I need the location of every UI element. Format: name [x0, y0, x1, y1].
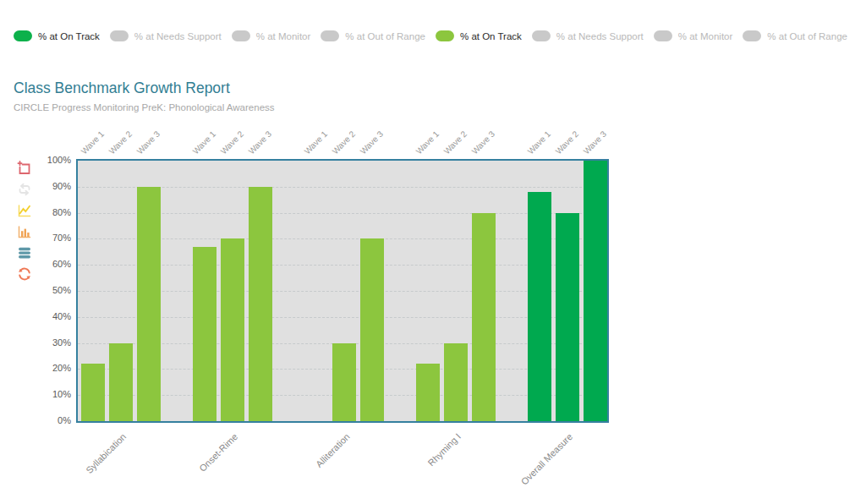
bar-onset-rime-wave-3[interactable]: [249, 187, 272, 421]
bar-chart-icon[interactable]: [15, 222, 34, 241]
bar-syllabication-wave-2[interactable]: [109, 343, 133, 421]
data-rows-icon[interactable]: [15, 244, 34, 262]
plot-area[interactable]: [76, 159, 609, 423]
bar-syllabication-wave-1[interactable]: [81, 364, 105, 421]
legend-item[interactable]: % at Monitor: [654, 30, 733, 41]
bar-onset-rime-wave-2[interactable]: [221, 238, 244, 421]
legend-swatch-icon: [110, 30, 129, 41]
bar-syllabication-wave-3[interactable]: [137, 187, 161, 421]
bar-overall-measure-wave-3[interactable]: [584, 161, 607, 421]
wave-axis-label: Wave 2: [553, 129, 581, 156]
legend-swatch-icon: [532, 30, 551, 41]
wave-axis-label: Wave 3: [581, 129, 609, 156]
legend-item[interactable]: % at Needs Support: [110, 30, 222, 41]
y-axis-tick-label: 80%: [37, 207, 71, 217]
wave-axis-label: Wave 2: [107, 129, 134, 156]
wave-axis-label: Wave 3: [246, 129, 274, 156]
legend-item[interactable]: % at Out of Range: [743, 30, 847, 41]
bar-overall-measure-wave-2[interactable]: [556, 213, 579, 421]
pan-reset-icon[interactable]: [15, 180, 34, 199]
y-axis-tick-label: 100%: [37, 155, 71, 165]
legend-label: % at Monitor: [256, 31, 311, 41]
y-axis-tick-label: 90%: [37, 181, 71, 191]
wave-axis-label: Wave 1: [79, 129, 107, 156]
y-axis-tick-label: 20%: [37, 363, 71, 373]
legend-item[interactable]: % at Needs Support: [532, 30, 644, 41]
line-chart-icon[interactable]: [15, 201, 34, 220]
chart-legend: % at On Track% at Needs Support% at Moni…: [14, 30, 847, 41]
y-axis-tick-label: 60%: [37, 259, 71, 269]
wave-axis-label: Wave 3: [134, 129, 162, 156]
y-axis-tick-label: 50%: [37, 285, 71, 295]
category-axis-label: Overall Measure: [519, 431, 575, 487]
legend-swatch-icon: [743, 30, 761, 41]
legend-swatch-icon: [232, 30, 250, 41]
wave-axis-label: Wave 2: [330, 129, 358, 156]
y-axis: 0%10%20%30%40%50%60%70%80%90%100%: [37, 0, 71, 504]
refresh-icon[interactable]: [15, 265, 34, 283]
bar-alliteration-wave-2[interactable]: [332, 343, 356, 421]
legend-label: % at Needs Support: [556, 31, 644, 41]
legend-swatch-icon: [321, 30, 339, 41]
legend-label: % at On Track: [460, 31, 522, 41]
bar-alliteration-wave-3[interactable]: [360, 238, 384, 421]
bar-rhyming-i-wave-3[interactable]: [472, 213, 496, 421]
class-benchmark-growth-report-page: % at On Track% at Needs Support% at Moni…: [0, 0, 866, 504]
zoom-selection-icon[interactable]: [15, 159, 34, 178]
category-axis-label: Onset-Rime: [198, 431, 240, 474]
bar-overall-measure-wave-1[interactable]: [528, 192, 551, 421]
y-axis-tick-label: 0%: [37, 415, 71, 425]
y-axis-tick-label: 70%: [37, 233, 71, 243]
y-axis-tick-label: 40%: [37, 311, 71, 321]
legend-item[interactable]: % at Monitor: [232, 30, 311, 41]
y-axis-tick-label: 10%: [37, 389, 71, 399]
y-axis-tick-label: 30%: [37, 337, 71, 348]
category-axis-label: Alliteration: [314, 431, 352, 469]
legend-label: % at Needs Support: [134, 31, 222, 41]
legend-label: % at Monitor: [678, 31, 733, 41]
wave-axis-label: Wave 3: [358, 129, 386, 156]
legend-item[interactable]: % at On Track: [436, 30, 522, 41]
legend-label: % at Out of Range: [767, 31, 847, 41]
wave-axis-label: Wave 2: [218, 129, 246, 156]
category-axis-label: Syllabication: [84, 431, 128, 475]
wave-axis-label: Wave 2: [441, 129, 469, 156]
wave-axis-label: Wave 1: [190, 129, 218, 156]
wave-axis-label: Wave 1: [525, 129, 553, 156]
bar-rhyming-i-wave-2[interactable]: [444, 343, 468, 421]
legend-swatch-icon: [436, 30, 454, 41]
bar-onset-rime-wave-1[interactable]: [193, 247, 216, 421]
bar-rhyming-i-wave-1[interactable]: [416, 364, 440, 421]
legend-label: % at Out of Range: [345, 31, 425, 41]
wave-axis-label: Wave 1: [414, 129, 441, 156]
legend-swatch-icon: [14, 30, 32, 41]
category-axis-label: Rhyming I: [426, 431, 463, 468]
wave-axis-label: Wave 3: [469, 129, 497, 156]
legend-item[interactable]: % at Out of Range: [321, 30, 425, 41]
chart-toolbar: [15, 159, 34, 283]
legend-swatch-icon: [654, 30, 672, 41]
wave-axis-label: Wave 1: [302, 129, 330, 156]
